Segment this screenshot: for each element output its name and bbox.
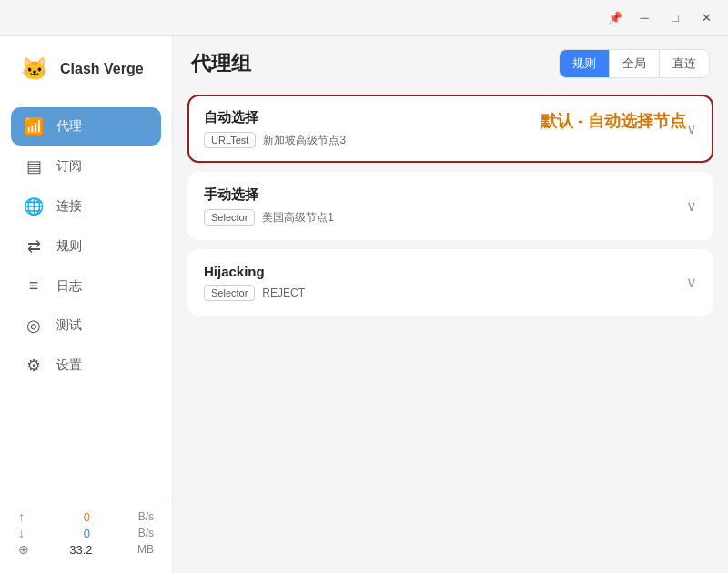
sidebar-item-subscriptions[interactable]: ▤ 订阅 bbox=[11, 147, 161, 186]
connections-label: 连接 bbox=[56, 198, 82, 215]
test-label: 测试 bbox=[56, 317, 82, 334]
chevron-down-icon[interactable]: ∨ bbox=[686, 197, 697, 215]
group-name: 自动选择 bbox=[204, 109, 258, 126]
rules-icon: ⇄ bbox=[24, 236, 44, 256]
window-controls: 📌 ─ □ ✕ bbox=[602, 5, 721, 31]
logo: 🐱 Clash Verge bbox=[0, 36, 172, 104]
main-content: 代理组 规则全局直连 自动选择 默认 - 自动选择节点 URLTest 新加坡高… bbox=[173, 36, 728, 573]
settings-label: 设置 bbox=[56, 357, 82, 374]
sidebar-item-rules[interactable]: ⇄ 规则 bbox=[11, 227, 161, 266]
group-tag: Selector bbox=[204, 209, 255, 226]
minimize-button[interactable]: ─ bbox=[630, 5, 659, 31]
rules-label: 规则 bbox=[56, 238, 82, 255]
group-selected-label: 默认 - 自动选择节点 bbox=[541, 110, 686, 132]
network-value: 33.2 bbox=[66, 543, 93, 557]
group-header: 自动选择 默认 - 自动选择节点 URLTest 新加坡高级节点3 ∨ bbox=[204, 109, 697, 148]
group-meta: Selector 美国高级节点1 bbox=[204, 209, 686, 226]
group-node: 美国高级节点1 bbox=[262, 210, 334, 226]
group-title-row: 自动选择 默认 - 自动选择节点 bbox=[204, 109, 686, 132]
chevron-down-icon[interactable]: ∨ bbox=[686, 274, 697, 291]
settings-icon: ⚙ bbox=[24, 356, 44, 376]
pin-button[interactable]: 📌 bbox=[602, 5, 628, 31]
network-stat: ⊕ 33.2 MB bbox=[18, 542, 154, 557]
download-stat: ↓ 0 B/s bbox=[18, 526, 154, 540]
mode-button-global[interactable]: 全局 bbox=[609, 50, 659, 77]
subscriptions-label: 订阅 bbox=[56, 158, 82, 175]
logo-text: Clash Verge bbox=[60, 61, 144, 77]
logo-icon: 🐱 bbox=[18, 53, 51, 85]
maximize-button[interactable]: □ bbox=[661, 5, 690, 31]
upload-unit: B/s bbox=[128, 510, 154, 523]
sidebar: 🐱 Clash Verge 📶 代理 ▤ 订阅 🌐 连接 ⇄ 规则 ≡ 日志 ◎… bbox=[0, 36, 173, 573]
download-unit: B/s bbox=[128, 527, 154, 539]
mode-buttons: 规则全局直连 bbox=[559, 49, 710, 78]
upload-value: 0 bbox=[63, 510, 90, 524]
group-name: Hijacking bbox=[204, 264, 686, 279]
page-title: 代理组 bbox=[191, 50, 251, 77]
app-body: 🐱 Clash Verge 📶 代理 ▤ 订阅 🌐 连接 ⇄ 规则 ≡ 日志 ◎… bbox=[0, 36, 728, 573]
download-value: 0 bbox=[63, 527, 90, 540]
group-node: 新加坡高级节点3 bbox=[263, 133, 346, 148]
group-tag: Selector bbox=[204, 285, 255, 301]
group-header: Hijacking Selector REJECT ∨ bbox=[204, 264, 697, 301]
sidebar-nav: 📶 代理 ▤ 订阅 🌐 连接 ⇄ 规则 ≡ 日志 ◎ 测试 ⚙ 设置 bbox=[0, 104, 172, 498]
group-header-left: 自动选择 默认 - 自动选择节点 URLTest 新加坡高级节点3 bbox=[204, 109, 686, 148]
chevron-down-icon[interactable]: ∨ bbox=[686, 120, 697, 137]
proxy-icon: 📶 bbox=[24, 116, 44, 136]
network-unit: MB bbox=[128, 543, 154, 556]
sidebar-stats: ↑ 0 B/s ↓ 0 B/s ⊕ 33.2 MB bbox=[0, 498, 172, 573]
sidebar-item-connections[interactable]: 🌐 连接 bbox=[11, 187, 161, 226]
proxy-label: 代理 bbox=[56, 118, 82, 135]
network-icon: ⊕ bbox=[18, 542, 29, 557]
content-header: 代理组 规则全局直连 bbox=[173, 36, 728, 87]
upload-stat: ↑ 0 B/s bbox=[18, 509, 154, 524]
group-header-left: 手动选择 Selector 美国高级节点1 bbox=[204, 186, 686, 226]
group-node: REJECT bbox=[262, 286, 305, 299]
subscriptions-icon: ▤ bbox=[24, 156, 44, 176]
group-card-auto-select[interactable]: 自动选择 默认 - 自动选择节点 URLTest 新加坡高级节点3 ∨ bbox=[187, 95, 713, 163]
test-icon: ◎ bbox=[24, 316, 44, 336]
mode-button-direct[interactable]: 直连 bbox=[659, 50, 709, 77]
titlebar: 📌 ─ □ ✕ bbox=[0, 0, 728, 36]
logs-label: 日志 bbox=[56, 278, 82, 295]
group-meta: Selector REJECT bbox=[204, 285, 686, 301]
sidebar-item-proxy[interactable]: 📶 代理 bbox=[11, 107, 161, 146]
close-button[interactable]: ✕ bbox=[692, 5, 721, 31]
upload-icon: ↑ bbox=[18, 509, 25, 524]
group-card-manual-select[interactable]: 手动选择 Selector 美国高级节点1 ∨ bbox=[187, 172, 713, 240]
group-header-left: Hijacking Selector REJECT bbox=[204, 264, 686, 301]
mode-button-rules[interactable]: 规则 bbox=[560, 50, 609, 77]
groups-list: 自动选择 默认 - 自动选择节点 URLTest 新加坡高级节点3 ∨ 手动选择… bbox=[173, 87, 728, 573]
sidebar-item-test[interactable]: ◎ 测试 bbox=[11, 307, 161, 345]
group-tag: URLTest bbox=[204, 132, 256, 148]
sidebar-item-logs[interactable]: ≡ 日志 bbox=[11, 267, 161, 305]
sidebar-item-settings[interactable]: ⚙ 设置 bbox=[11, 347, 161, 385]
group-meta: URLTest 新加坡高级节点3 bbox=[204, 132, 686, 148]
group-name: 手动选择 bbox=[204, 186, 686, 204]
group-card-hijacking[interactable]: Hijacking Selector REJECT ∨ bbox=[187, 249, 713, 316]
connections-icon: 🌐 bbox=[24, 196, 44, 216]
group-header: 手动选择 Selector 美国高级节点1 ∨ bbox=[204, 186, 697, 226]
download-icon: ↓ bbox=[18, 526, 25, 540]
logs-icon: ≡ bbox=[24, 276, 44, 296]
